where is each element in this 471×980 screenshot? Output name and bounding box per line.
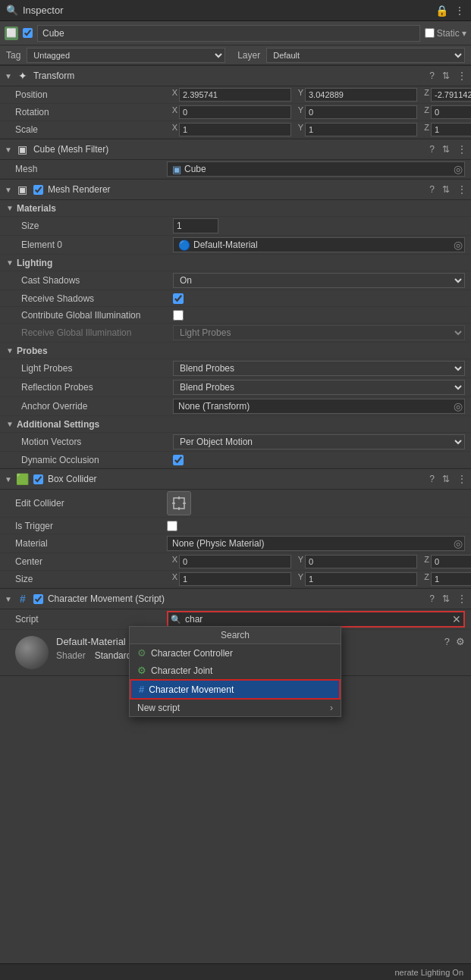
object-name-input[interactable] xyxy=(37,25,420,42)
transform-header[interactable]: ▼ ✦ Transform ? ⇅ ⋮ xyxy=(0,65,471,86)
rotation-row: Rotation X Y Z xyxy=(0,104,471,121)
collider-size-row: Size X Y Z xyxy=(0,571,471,588)
mesh-filter-collapse-arrow: ▼ xyxy=(5,146,12,154)
script-search-results: Search ⚙ Character Controller ⚙ Characte… xyxy=(129,626,341,717)
layer-select[interactable]: Default TransparentFX Ignore Raycast Wat… xyxy=(266,48,465,63)
box-collider-help-icon[interactable]: ? xyxy=(429,474,435,484)
is-trigger-checkbox[interactable] xyxy=(167,521,177,531)
object-active-checkbox[interactable] xyxy=(23,28,33,38)
coll-y-input[interactable] xyxy=(305,572,417,586)
anchor-override-pick-btn[interactable]: ◎ xyxy=(454,400,463,412)
box-collider-settings-icon[interactable]: ⇅ xyxy=(442,474,450,484)
search-result-character-controller[interactable]: ⚙ Character Controller xyxy=(130,644,341,662)
transform-settings-icon[interactable]: ⇅ xyxy=(442,70,450,81)
motion-vectors-value: Per Object Motion Camera Motion Only For… xyxy=(173,434,465,449)
mesh-filter-menu-icon[interactable]: ⋮ xyxy=(457,144,466,155)
search-result-character-movement[interactable]: # Character Movement xyxy=(130,679,341,700)
new-script-item[interactable]: New script › xyxy=(130,700,341,716)
mesh-pick-btn[interactable]: ◎ xyxy=(454,163,463,175)
dynamic-occlusion-checkbox[interactable] xyxy=(173,455,184,465)
static-toggle[interactable]: Static ▾ xyxy=(425,28,466,39)
receive-shadows-checkbox[interactable] xyxy=(173,293,184,304)
scale-y-input[interactable] xyxy=(305,123,417,136)
pos-y-input[interactable] xyxy=(305,88,417,102)
mesh-filter-header[interactable]: ▼ ▣ Cube (Mesh Filter) ? ⇅ ⋮ xyxy=(0,139,471,160)
physic-material-label: Material xyxy=(15,538,167,549)
rot-y-input[interactable] xyxy=(305,105,417,119)
element0-field[interactable]: 🔵 Default-Material ◎ xyxy=(173,237,465,252)
pos-x-input[interactable] xyxy=(179,88,291,102)
scale-z-label: Z xyxy=(419,123,429,136)
is-trigger-row: Is Trigger xyxy=(0,518,471,534)
character-movement-menu-icon[interactable]: ⋮ xyxy=(457,593,466,604)
mesh-label: Mesh xyxy=(15,164,167,174)
light-probes-select[interactable]: Blend Probes Off Use Proxy Volume Custom… xyxy=(173,361,465,376)
search-result-character-joint[interactable]: ⚙ Character Joint xyxy=(130,662,341,679)
mesh-renderer-help-icon[interactable]: ? xyxy=(429,184,435,195)
edit-collider-btn[interactable] xyxy=(167,491,191,515)
probes-group-header: ▼ Probes xyxy=(0,343,471,359)
physic-material-pick-btn[interactable]: ◎ xyxy=(454,537,463,549)
script-label: Script xyxy=(15,614,167,625)
box-collider-header[interactable]: ▼ 🟩 Box Collider ? ⇅ ⋮ xyxy=(0,468,471,490)
search-clear-btn[interactable]: ✕ xyxy=(452,613,461,625)
coll-z-input[interactable] xyxy=(431,572,471,586)
center-z-input[interactable] xyxy=(431,555,471,568)
element0-label: Element 0 xyxy=(21,240,173,250)
character-movement-header[interactable]: ▼ # Character Movement (Script) ? ⇅ ⋮ xyxy=(0,588,471,609)
cast-shadows-select[interactable]: On Off Two Sided Shadows Only xyxy=(173,273,465,288)
rot-x-input[interactable] xyxy=(179,105,291,119)
transform-menu-icon[interactable]: ⋮ xyxy=(457,70,466,81)
mesh-renderer-settings-icon[interactable]: ⇅ xyxy=(442,184,450,195)
mesh-filter-help-icon[interactable]: ? xyxy=(429,144,435,155)
svg-rect-0 xyxy=(174,498,184,509)
anchor-override-value: None (Transform) ◎ xyxy=(173,399,465,414)
script-search-input[interactable] xyxy=(167,611,465,628)
receive-gi-select[interactable]: Light Probes xyxy=(173,325,465,340)
coll-x-input[interactable] xyxy=(179,572,291,586)
receive-gi-row: Receive Global Illumination Light Probes xyxy=(0,324,471,343)
scale-z-input[interactable] xyxy=(431,123,471,136)
character-movement-collapse-arrow: ▼ xyxy=(5,595,12,603)
motion-vectors-select[interactable]: Per Object Motion Camera Motion Only For… xyxy=(173,434,465,449)
pos-z-input[interactable] xyxy=(431,88,471,102)
tag-select[interactable]: Untagged Respawn Finish EditorOnly xyxy=(27,48,225,63)
center-x-input[interactable] xyxy=(179,555,291,568)
mesh-renderer-checkbox[interactable] xyxy=(33,185,43,195)
center-y-label: Y xyxy=(293,555,303,568)
mesh-field[interactable]: ▣ Cube ◎ xyxy=(167,161,465,177)
lock-icon[interactable]: 🔒 xyxy=(435,5,448,17)
box-collider-icon: 🟩 xyxy=(17,473,29,485)
element0-pick-btn[interactable]: ◎ xyxy=(454,239,463,251)
scale-x-input[interactable] xyxy=(179,123,291,136)
material-settings-icon[interactable]: ⚙ xyxy=(456,636,465,647)
transform-help-icon[interactable]: ? xyxy=(429,70,435,81)
anchor-override-field[interactable]: None (Transform) ◎ xyxy=(173,399,465,414)
material-sphere xyxy=(15,636,49,669)
mesh-filter-settings-icon[interactable]: ⇅ xyxy=(442,144,450,155)
center-y-input[interactable] xyxy=(305,555,417,568)
box-collider-menu-icon[interactable]: ⋮ xyxy=(457,474,466,484)
reflection-probes-select[interactable]: Blend Probes Off Blend Probes And Skybox… xyxy=(173,380,465,395)
material-help-icon[interactable]: ? xyxy=(444,636,450,647)
character-movement-help-icon[interactable]: ? xyxy=(429,593,435,604)
character-movement-icon: # xyxy=(17,593,29,605)
additional-settings-header: ▼ Additional Settings xyxy=(0,416,471,433)
contribute-gi-checkbox[interactable] xyxy=(173,310,184,321)
mesh-renderer-header[interactable]: ▼ ▣ Mesh Renderer ? ⇅ ⋮ xyxy=(0,179,471,200)
physic-material-field[interactable]: None (Physic Material) ◎ xyxy=(167,536,465,551)
menu-icon[interactable]: ⋮ xyxy=(454,5,465,17)
scale-value: X Y Z xyxy=(167,123,471,136)
additional-settings-collapse-arrow: ▼ xyxy=(6,420,14,428)
search-results-header: Search xyxy=(130,627,341,644)
box-collider-checkbox[interactable] xyxy=(33,474,43,484)
character-movement-checkbox[interactable] xyxy=(33,594,43,604)
materials-size-input[interactable] xyxy=(173,218,218,233)
character-movement-settings-icon[interactable]: ⇅ xyxy=(442,593,450,604)
rotation-xyz: X Y Z xyxy=(167,105,471,119)
receive-shadows-row: Receive Shadows xyxy=(0,290,471,307)
rot-z-input[interactable] xyxy=(431,105,471,119)
static-checkbox[interactable] xyxy=(425,28,435,38)
mesh-renderer-menu-icon[interactable]: ⋮ xyxy=(457,184,466,195)
position-label: Position xyxy=(15,89,167,100)
